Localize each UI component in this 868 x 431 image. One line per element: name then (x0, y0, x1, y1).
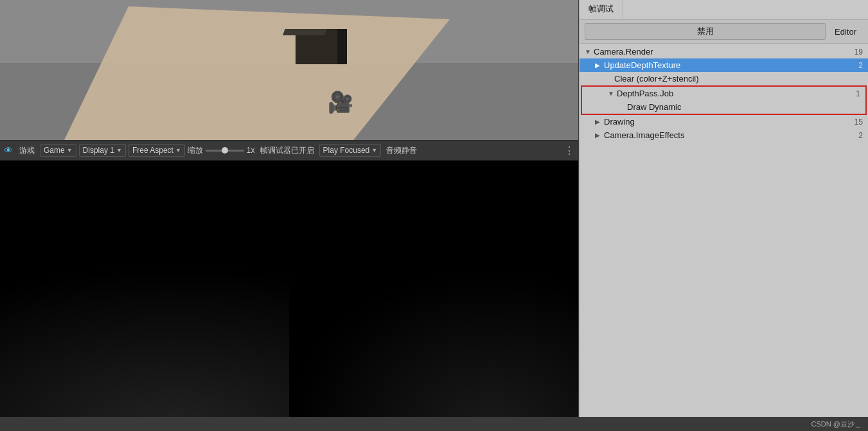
more-button[interactable]: ⋮ (564, 145, 574, 157)
label-clear: Clear (color+Z+stencil) (614, 74, 863, 84)
zoom-label: 缩放 (188, 145, 203, 156)
play-mode-label: Play Focused (323, 146, 370, 155)
audio-label: 音频静音 (384, 145, 420, 157)
label-camera-render: Camera.Render (594, 47, 855, 57)
game-tab-label: Game (44, 146, 65, 155)
editor-label: Editor (828, 25, 863, 39)
display-label: Display 1 (83, 146, 114, 155)
tree-item-draw-dynamic[interactable]: Draw Dynamic (582, 100, 865, 114)
play-mode-dropdown[interactable]: Play Focused ▼ (319, 144, 382, 157)
zoom-control: 缩放 1x (188, 145, 255, 156)
tab-frame-debugger-label: 帧调试 (589, 4, 614, 13)
game-view (0, 161, 578, 431)
svg-marker-0 (64, 6, 450, 140)
arrow-drawing: ▶ (595, 118, 604, 125)
display-arrow: ▼ (116, 147, 122, 154)
bottom-bar: CSDN @豆沙＿ (0, 417, 868, 431)
camera-icon: 🎥 (328, 90, 353, 114)
count-depth-pass: 1 (856, 89, 860, 98)
arrow-camera-image-effects: ▶ (595, 132, 604, 139)
arrow-camera-render: ▼ (585, 48, 594, 55)
game-shadow-right (289, 270, 578, 431)
count-drawing: 15 (855, 118, 863, 127)
svg-rect-2 (283, 29, 327, 35)
debugger-status: 帧调试器已开启 (258, 145, 317, 157)
label-camera-image-effects: Camera.ImageEffects (604, 130, 858, 140)
tree-item-depth-pass-job[interactable]: ▼ DepthPass.Job 1 (582, 87, 865, 100)
zoom-value: 1x (247, 146, 255, 155)
red-border-group: ▼ DepthPass.Job 1 Draw Dynamic (581, 85, 867, 115)
arrow-depth-pass: ▼ (608, 90, 617, 97)
aspect-dropdown[interactable]: Free Aspect ▼ (128, 144, 185, 157)
svg-rect-3 (337, 29, 347, 64)
tree-item-camera-image-effects[interactable]: ▶ Camera.ImageEffects 2 (580, 128, 868, 142)
aspect-arrow: ▼ (175, 147, 181, 154)
game-icon: 👁 (4, 145, 13, 155)
scene-floor: 🎥 (0, 0, 578, 140)
count-camera-render: 19 (855, 48, 863, 57)
bottom-bar-text: CSDN @豆沙＿ (811, 419, 862, 429)
label-depth-pass: DepthPass.Job (617, 89, 856, 98)
label-draw-dynamic: Draw Dynamic (627, 102, 860, 112)
game-label[interactable]: 游戏 (17, 144, 37, 157)
right-panel: 帧调试 禁用 Editor ▼ Camera.Render 19 ▶ Updat… (579, 0, 868, 431)
tree-item-clear[interactable]: Clear (color+Z+stencil) (580, 72, 868, 85)
display-dropdown[interactable]: Display 1 ▼ (79, 144, 126, 157)
game-tab-dropdown[interactable]: Game ▼ (40, 144, 76, 157)
panel-header: 禁用 Editor (580, 20, 868, 44)
tab-frame-debugger[interactable]: 帧调试 (580, 0, 623, 19)
tree-item-drawing[interactable]: ▶ Drawing 15 (580, 115, 868, 128)
arrow-update-depth: ▶ (595, 62, 604, 69)
zoom-slider[interactable] (206, 150, 244, 152)
tree-container[interactable]: ▼ Camera.Render 19 ▶ UpdateDepthTexture … (580, 44, 868, 431)
tree-item-update-depth-texture[interactable]: ▶ UpdateDepthTexture 2 (580, 58, 868, 72)
disable-button[interactable]: 禁用 (585, 23, 826, 40)
play-mode-arrow: ▼ (371, 147, 377, 154)
aspect-label: Free Aspect (132, 146, 173, 155)
zoom-slider-thumb (222, 147, 228, 154)
game-tab-arrow: ▼ (67, 147, 73, 154)
tree-item-camera-render[interactable]: ▼ Camera.Render 19 (580, 45, 868, 58)
count-update-depth: 2 (858, 61, 863, 70)
scene-view: 🎥 (0, 0, 578, 140)
game-toolbar: 👁 游戏 Game ▼ Display 1 ▼ Free Aspect ▼ 缩放… (0, 140, 578, 161)
label-drawing: Drawing (604, 117, 855, 127)
count-camera-image-effects: 2 (858, 131, 863, 140)
panel-tab-bar: 帧调试 (580, 0, 868, 20)
label-update-depth: UpdateDepthTexture (604, 60, 858, 70)
